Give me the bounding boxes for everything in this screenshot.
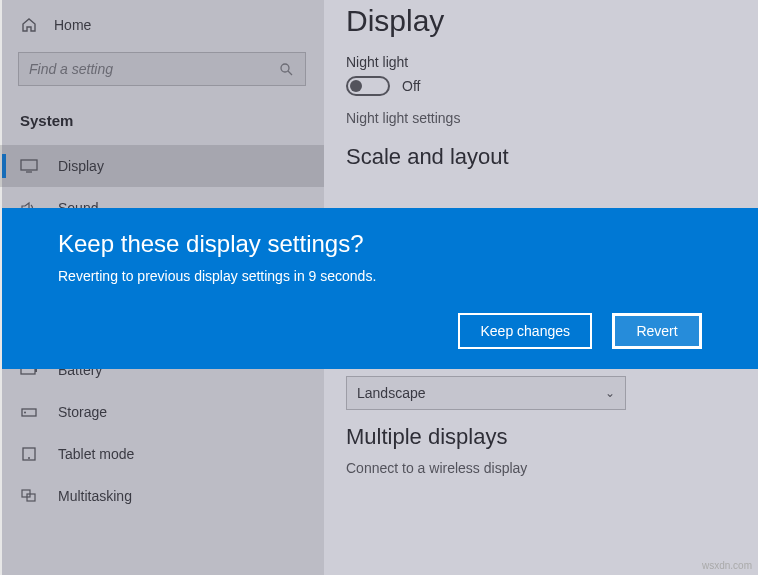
monitor-icon [20,157,38,175]
scale-head: Scale and layout [346,144,736,170]
multitask-icon [20,487,38,505]
sidebar-item-multitasking[interactable]: Multitasking [0,475,324,517]
search-icon [277,60,295,78]
storage-icon [20,403,38,421]
home-label: Home [54,17,91,33]
confirm-dialog: Keep these display settings? Reverting t… [2,208,758,369]
sidebar-item-label: Storage [58,404,107,420]
section-title: System [0,100,324,145]
wireless-display-link[interactable]: Connect to a wireless display [346,460,736,476]
night-light-label: Night light [346,54,736,70]
night-light-toggle[interactable] [346,76,390,96]
sidebar-item-storage[interactable]: Storage [0,391,324,433]
orientation-dropdown[interactable]: Landscape ⌄ [346,376,626,410]
sidebar-item-display[interactable]: Display [0,145,324,187]
home-nav[interactable]: Home [0,8,324,42]
sidebar-item-label: Display [58,158,104,174]
svg-rect-2 [21,160,37,170]
page-title: Display [346,4,736,38]
search-input[interactable] [18,52,306,86]
tablet-icon [20,445,38,463]
search-field[interactable] [29,61,277,77]
sidebar-item-label: Tablet mode [58,446,134,462]
sidebar-item-tablet[interactable]: Tablet mode [0,433,324,475]
home-icon [20,16,38,34]
multiple-head: Multiple displays [346,424,736,450]
sidebar-item-label: Multitasking [58,488,132,504]
night-light-state: Off [402,78,420,94]
orientation-value: Landscape [357,385,426,401]
watermark: wsxdn.com [702,560,752,571]
chevron-down-icon: ⌄ [605,386,615,400]
svg-point-0 [281,64,289,72]
keep-changes-button[interactable]: Keep changes [458,313,592,349]
search-row [0,42,324,100]
night-light-settings-link[interactable]: Night light settings [346,110,736,126]
dialog-text: Reverting to previous display settings i… [58,268,702,284]
svg-line-1 [288,71,292,75]
dialog-title: Keep these display settings? [58,230,702,258]
svg-point-7 [24,412,26,414]
revert-button[interactable]: Revert [612,313,702,349]
